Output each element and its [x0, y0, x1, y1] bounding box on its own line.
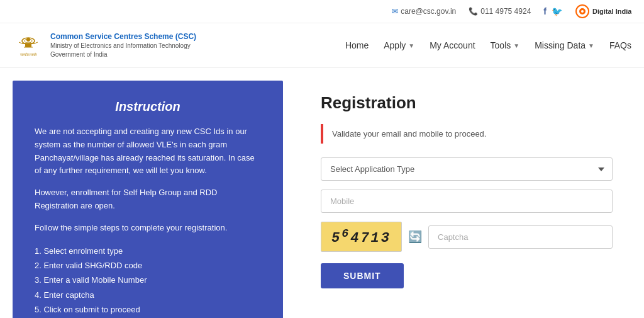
nav-faqs[interactable]: FAQs [609, 40, 631, 50]
nav-bar: सत्यमेव जयते Common Service Centres Sche… [0, 23, 644, 68]
twitter-link[interactable]: 🐦 [552, 6, 562, 16]
instruction-title: Instruction [35, 99, 261, 114]
svg-text:सत्यमेव जयते: सत्यमेव जयते [19, 52, 38, 57]
application-type-group: Select Application Type [321, 157, 613, 181]
missing-data-dropdown-arrow: ▼ [588, 42, 594, 49]
csc-title: Common Service Centres Scheme (CSC) [50, 31, 196, 42]
top-bar: ✉ care@csc.gov.in 📞 011 4975 4924 f 🐦 Di… [0, 0, 644, 23]
email-icon: ✉ [392, 7, 398, 16]
instruction-para2: However, enrollment for Self Help Group … [35, 186, 261, 213]
validation-message: Validate your email and mobile to procee… [332, 129, 486, 139]
step-5: 5. Click on submit to proceed [35, 302, 261, 317]
svg-rect-8 [25, 43, 31, 47]
twitter-icon: 🐦 [552, 6, 562, 16]
svg-text:Digital India: Digital India [592, 8, 631, 15]
tools-dropdown-arrow: ▼ [513, 42, 519, 49]
social-icons: f 🐦 [543, 6, 562, 16]
instruction-panel: Instruction We are not accepting and cre… [13, 81, 283, 318]
svg-point-2 [581, 10, 584, 13]
facebook-icon: f [543, 6, 547, 16]
government-emblem: सत्यमेव जयते [13, 30, 44, 61]
captcha-input[interactable] [428, 225, 613, 249]
instruction-para3: Follow the simple steps to complete your… [35, 222, 261, 235]
email-link[interactable]: ✉ care@csc.gov.in [392, 7, 456, 16]
svg-line-10 [19, 42, 22, 43]
apply-dropdown-arrow: ▼ [408, 42, 414, 49]
nav-links: Home Apply ▼ My Account Tools ▼ Missing … [345, 40, 631, 50]
mobile-group [321, 190, 613, 213]
validation-notice: Validate your email and mobile to procee… [321, 124, 613, 144]
step-1: 1. Select enrolment type [35, 244, 261, 258]
email-address: care@csc.gov.in [401, 7, 456, 16]
nav-tools[interactable]: Tools ▼ [491, 40, 520, 50]
govt-name: Government of India [50, 50, 196, 59]
submit-button[interactable]: SUBMIT [321, 263, 404, 288]
step-4: 4. Enter captcha [35, 288, 261, 302]
logo-text: Common Service Centres Scheme (CSC) Mini… [50, 31, 196, 60]
nav-apply[interactable]: Apply ▼ [384, 40, 414, 50]
captcha-refresh-button[interactable]: 🔄 [408, 230, 422, 244]
phone-link[interactable]: 📞 011 4975 4924 [469, 7, 531, 16]
svg-line-11 [35, 42, 38, 43]
captcha-image: 564713 [321, 222, 402, 252]
logo-area: सत्यमेव जयते Common Service Centres Sche… [13, 30, 196, 61]
digital-india-logo: Digital India [575, 4, 631, 19]
registration-panel: Registration Validate your email and mob… [302, 81, 631, 318]
step-3: 3. Enter a valid Mobile Number [35, 273, 261, 287]
main-content: Instruction We are not accepting and cre… [0, 68, 644, 318]
ministry-name: Ministry of Electronics and Information … [50, 42, 196, 50]
step-2: 2. Enter valid SHG/RDD code [35, 258, 261, 273]
phone-icon: 📞 [469, 7, 478, 16]
captcha-row: 564713 🔄 [321, 222, 613, 252]
svg-point-6 [26, 38, 30, 42]
nav-missing-data[interactable]: Missing Data ▼ [535, 40, 594, 50]
nav-my-account[interactable]: My Account [430, 40, 475, 50]
instruction-para1: We are not accepting and creating any ne… [35, 125, 261, 178]
application-type-select[interactable]: Select Application Type [321, 157, 613, 181]
instruction-steps: 1. Select enrolment type 2. Enter valid … [35, 244, 261, 317]
phone-number: 011 4975 4924 [480, 7, 531, 16]
mobile-input[interactable] [321, 190, 613, 213]
registration-title: Registration [321, 93, 613, 113]
nav-home[interactable]: Home [345, 40, 369, 50]
facebook-link[interactable]: f [543, 6, 547, 16]
